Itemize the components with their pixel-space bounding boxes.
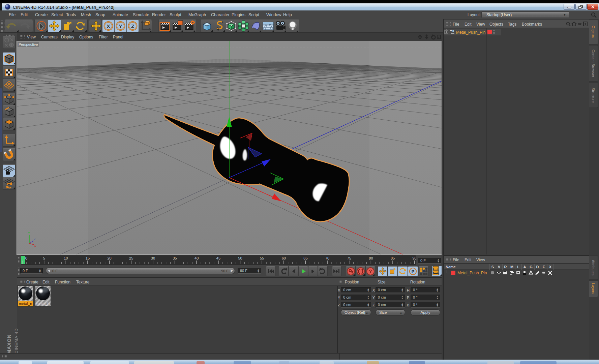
svg-text:60: 60 [282,256,286,260]
svg-text:Z: Z [34,237,36,241]
svg-text:75: 75 [347,256,351,260]
svg-text:20: 20 [107,256,111,260]
svg-text:30: 30 [151,256,155,260]
svg-text:35: 35 [173,256,177,260]
svg-text:70: 70 [325,256,329,260]
svg-text:85: 85 [391,256,395,260]
svg-text:Z: Z [131,23,134,29]
svg-text:5: 5 [43,256,45,260]
svg-text:50: 50 [238,256,242,260]
svg-text:X: X [107,23,110,29]
svg-text:Y: Y [119,23,122,29]
svg-text:90: 90 [413,256,416,260]
svg-text:Y: Y [28,232,30,235]
svg-text:65: 65 [303,256,307,260]
svg-text:X: X [34,244,36,247]
svg-text:25: 25 [129,256,133,260]
svg-text:P: P [412,269,415,274]
svg-text:40: 40 [194,256,199,260]
svg-text:55: 55 [260,256,264,260]
svg-text:80: 80 [369,256,373,260]
svg-text:15: 15 [86,256,90,260]
svg-text:45: 45 [216,256,220,260]
svg-text:10: 10 [64,256,68,260]
svg-text:0: 0 [452,29,454,33]
svg-text:?: ? [369,269,372,274]
svg-text:0: 0 [25,256,27,260]
